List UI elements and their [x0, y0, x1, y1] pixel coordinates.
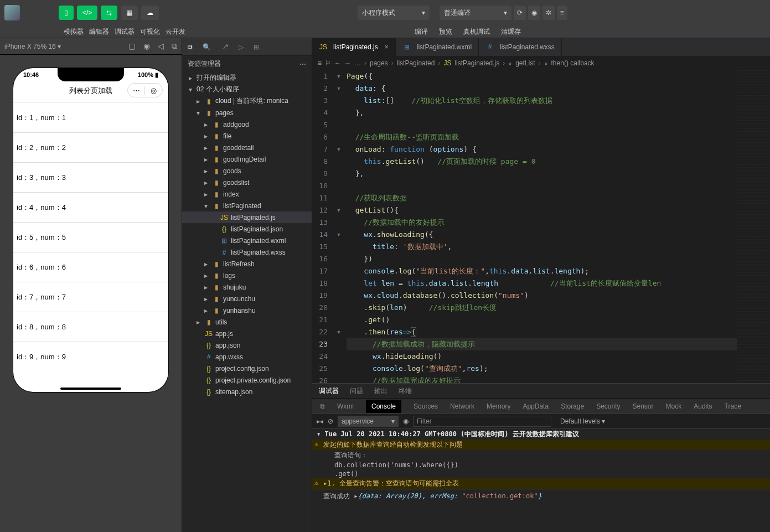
- list-item[interactable]: id：5，num：5: [13, 223, 168, 252]
- console-eye-icon[interactable]: ◉: [403, 417, 409, 425]
- folder-cloud[interactable]: ▸▮cloud | 当前环境: monica: [182, 95, 312, 107]
- cloud-mode-icon[interactable]: ☁: [141, 6, 159, 20]
- sim-record-icon[interactable]: ◉: [143, 42, 150, 51]
- sim-detach-icon[interactable]: ⧉: [172, 42, 177, 51]
- folder-listRefresh[interactable]: ▸▮listRefresh: [182, 258, 312, 270]
- bc-bookmark-icon[interactable]: ⚐: [325, 59, 331, 67]
- folder-goodslist[interactable]: ▸▮goodslist: [182, 177, 312, 188]
- console-tab-wxml[interactable]: Wxml: [337, 402, 354, 410]
- capsule-menu[interactable]: ⋯ ◎: [127, 83, 163, 97]
- devtool-detach-icon[interactable]: ⧉: [320, 402, 325, 410]
- label-clear[interactable]: 清缓存: [501, 27, 521, 37]
- console-toggle-icon[interactable]: ▸◂: [317, 417, 323, 425]
- console-tab-memory[interactable]: Memory: [487, 402, 510, 410]
- panel-tab-debugger[interactable]: 调试器: [319, 386, 339, 396]
- console-tab-network[interactable]: Network: [450, 402, 474, 410]
- search-icon[interactable]: 🔍: [203, 43, 211, 51]
- capsule-more-icon[interactable]: ⋯: [128, 86, 145, 95]
- folder-logs[interactable]: ▸▮logs: [182, 270, 312, 281]
- file-listPaginated-wxss[interactable]: #listPaginated.wxss: [182, 246, 312, 258]
- label-editor[interactable]: 编辑器: [86, 27, 112, 37]
- file-app-wxss[interactable]: #app.wxss: [182, 351, 312, 363]
- extensions-icon[interactable]: ⊞: [254, 43, 259, 51]
- console-clear-icon[interactable]: ⊘: [328, 417, 333, 425]
- folder-file[interactable]: ▸▮file: [182, 130, 312, 142]
- visual-mode-icon[interactable]: ▦: [121, 6, 138, 20]
- list-item[interactable]: id：1，num：1: [13, 103, 168, 133]
- file-listPaginated-wxml[interactable]: ⊞listPaginated.wxml: [182, 235, 312, 246]
- file-app-json[interactable]: {}app.json: [182, 339, 312, 351]
- console-tab-sensor[interactable]: Sensor: [633, 402, 654, 410]
- folder-goodImgDetail[interactable]: ▸▮goodImgDetail: [182, 153, 312, 165]
- tab-listpaginated-wxss[interactable]: # listPaginated.wxss: [479, 38, 562, 56]
- list-container[interactable]: id：1，num：1 id：2，num：2 id：3，num：3 id：4，nu…: [13, 103, 168, 369]
- console-tab-sources[interactable]: Sources: [414, 402, 438, 410]
- explorer-icon[interactable]: ⧉: [188, 43, 193, 51]
- folder-shujuku[interactable]: ▸▮shujuku: [182, 281, 312, 293]
- list-item[interactable]: id：4，num：4: [13, 193, 168, 223]
- tab-listpaginated-js[interactable]: JS listPaginated.js ×: [312, 38, 396, 56]
- code-mode-icon[interactable]: </>: [77, 6, 97, 20]
- folder-goods[interactable]: ▸▮goods: [182, 165, 312, 177]
- file-project-private-config[interactable]: {}project.private.config.json: [182, 374, 312, 386]
- console-tab-mock[interactable]: Mock: [666, 402, 682, 410]
- preview-icon[interactable]: ◉: [528, 6, 540, 20]
- debug-icon[interactable]: ▷: [239, 43, 244, 51]
- label-debugger[interactable]: 调试器: [112, 27, 137, 37]
- code-editor[interactable]: 1234567891011121314151617181920212223242…: [312, 70, 770, 383]
- compile-mode-select[interactable]: 普通编译▾: [440, 6, 511, 20]
- list-item[interactable]: id：2，num：2: [13, 133, 168, 163]
- debug-mode-icon[interactable]: ⇆: [101, 6, 117, 20]
- folder-listPaginated[interactable]: ▾▮listPaginated: [182, 200, 312, 211]
- console-levels-select[interactable]: Default levels ▾: [560, 417, 605, 425]
- phone-simulator[interactable]: 10:46 100% ▮ 列表分页加载 ⋯ ◎ id：1，num：1 id：2，…: [13, 68, 168, 392]
- panel-tab-output[interactable]: 输出: [374, 386, 387, 396]
- label-realdbg[interactable]: 真机调试: [463, 27, 490, 37]
- list-item[interactable]: id：7，num：7: [13, 282, 168, 312]
- real-debug-icon[interactable]: ✲: [542, 6, 555, 20]
- bc-nav-icon[interactable]: ≡: [318, 59, 322, 67]
- list-item[interactable]: id：6，num：6: [13, 252, 168, 282]
- panel-tab-problems[interactable]: 问题: [350, 386, 363, 396]
- minimap[interactable]: [737, 70, 770, 383]
- explorer-more-icon[interactable]: ⋯: [299, 60, 306, 68]
- file-app-js[interactable]: JSapp.js: [182, 328, 312, 339]
- panel-tab-terminal[interactable]: 终端: [399, 386, 412, 396]
- list-item[interactable]: id：3，num：3: [13, 163, 168, 193]
- mini-program-mode-select[interactable]: 小程序模式▾: [358, 6, 430, 20]
- avatar[interactable]: [4, 5, 20, 20]
- clear-cache-icon[interactable]: ≡: [557, 6, 567, 20]
- breadcrumbs[interactable]: ≡ ⚐ ← → …› pages› listPaginated› JS list…: [312, 56, 770, 70]
- bc-back-icon[interactable]: ←: [334, 59, 341, 67]
- source-control-icon[interactable]: ⎇: [221, 43, 229, 51]
- console-tab-storage[interactable]: Storage: [561, 402, 584, 410]
- console-tab-audits[interactable]: Audits: [694, 402, 712, 410]
- sim-mute-icon[interactable]: ◁: [158, 42, 164, 51]
- console-context-select[interactable]: appservice▾: [338, 416, 399, 427]
- console-filter-input[interactable]: Filter: [413, 416, 551, 427]
- folder-pages[interactable]: ▾▮pages: [182, 107, 312, 118]
- folder-utils[interactable]: ▸▮utils: [182, 316, 312, 328]
- label-compile[interactable]: 编译: [415, 27, 428, 37]
- file-listPaginated-json[interactable]: {}listPaginated.json: [182, 223, 312, 235]
- list-item[interactable]: id：8，num：8: [13, 312, 168, 342]
- file-sitemap-json[interactable]: {}sitemap.json: [182, 386, 312, 397]
- label-preview[interactable]: 预览: [439, 27, 452, 37]
- label-visual[interactable]: 可视化: [137, 27, 163, 37]
- tab-listpaginated-wxml[interactable]: ⊞ listPaginated.wxml: [396, 38, 479, 56]
- close-icon[interactable]: ×: [385, 43, 389, 51]
- device-mode-icon[interactable]: ▯: [59, 6, 74, 20]
- console-tab-appdata[interactable]: AppData: [523, 402, 549, 410]
- console-output[interactable]: ▾ Tue Jul 20 2021 10:40:27 GMT+0800 (中国标…: [312, 429, 770, 532]
- refresh-icon[interactable]: ⟳: [514, 6, 526, 20]
- console-tab-security[interactable]: Security: [596, 402, 620, 410]
- folder-index[interactable]: ▸▮index: [182, 188, 312, 200]
- file-project-config[interactable]: {}project.config.json: [182, 363, 312, 374]
- folder-addgood[interactable]: ▸▮addgood: [182, 118, 312, 130]
- folder-gooddetail[interactable]: ▸▮gooddetail: [182, 142, 312, 153]
- label-simulator[interactable]: 模拟器: [61, 27, 86, 37]
- open-editors-section[interactable]: ▸打开的编辑器: [182, 72, 312, 84]
- folder-yunhanshu[interactable]: ▸▮yunhanshu: [182, 304, 312, 316]
- folder-yuncunchu[interactable]: ▸▮yuncunchu: [182, 293, 312, 304]
- sim-device-icon[interactable]: ▢: [128, 42, 136, 51]
